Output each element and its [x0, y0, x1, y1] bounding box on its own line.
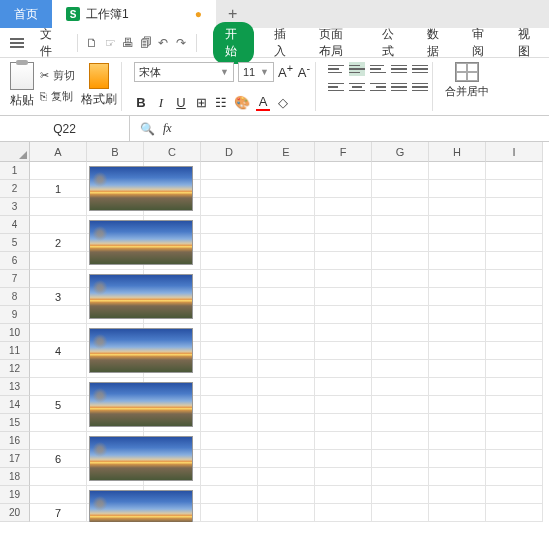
- cell-E9[interactable]: [258, 306, 315, 324]
- redo-icon[interactable]: ↷: [174, 35, 188, 51]
- cell-D19[interactable]: [201, 486, 258, 504]
- row-header-13[interactable]: 13: [0, 378, 30, 396]
- cell-E18[interactable]: [258, 468, 315, 486]
- cell-A9[interactable]: [30, 306, 87, 324]
- col-header-A[interactable]: A: [30, 142, 87, 162]
- row-header-1[interactable]: 1: [0, 162, 30, 180]
- embedded-image-5[interactable]: [89, 382, 193, 427]
- cell-D7[interactable]: [201, 270, 258, 288]
- tab-review[interactable]: 审阅: [464, 22, 497, 64]
- underline-button[interactable]: U: [174, 95, 188, 110]
- italic-button[interactable]: I: [154, 95, 168, 111]
- cell-D12[interactable]: [201, 360, 258, 378]
- tab-insert[interactable]: 插入: [266, 22, 299, 64]
- cell-A8[interactable]: 3: [30, 288, 87, 306]
- cell-I19[interactable]: [486, 486, 543, 504]
- cell-D4[interactable]: [201, 216, 258, 234]
- cell-D17[interactable]: [201, 450, 258, 468]
- cell-E8[interactable]: [258, 288, 315, 306]
- cell-I2[interactable]: [486, 180, 543, 198]
- cell-E17[interactable]: [258, 450, 315, 468]
- cell-G13[interactable]: [372, 378, 429, 396]
- cell-G12[interactable]: [372, 360, 429, 378]
- cell-F6[interactable]: [315, 252, 372, 270]
- share-icon[interactable]: ☞: [103, 35, 117, 51]
- row-header-4[interactable]: 4: [0, 216, 30, 234]
- cell-F3[interactable]: [315, 198, 372, 216]
- cell-A5[interactable]: 2: [30, 234, 87, 252]
- cell-E15[interactable]: [258, 414, 315, 432]
- row-header-18[interactable]: 18: [0, 468, 30, 486]
- font-color-button[interactable]: A: [256, 94, 270, 111]
- cell-G20[interactable]: [372, 504, 429, 522]
- cell-E16[interactable]: [258, 432, 315, 450]
- cell-H4[interactable]: [429, 216, 486, 234]
- cell-I13[interactable]: [486, 378, 543, 396]
- row-header-17[interactable]: 17: [0, 450, 30, 468]
- save-icon[interactable]: 🗋: [85, 35, 99, 51]
- cell-H16[interactable]: [429, 432, 486, 450]
- cell-F7[interactable]: [315, 270, 372, 288]
- col-header-E[interactable]: E: [258, 142, 315, 162]
- cell-E5[interactable]: [258, 234, 315, 252]
- cell-H17[interactable]: [429, 450, 486, 468]
- cell-G2[interactable]: [372, 180, 429, 198]
- cell-E20[interactable]: [258, 504, 315, 522]
- cell-H19[interactable]: [429, 486, 486, 504]
- fx-icon[interactable]: fx: [163, 121, 172, 136]
- cell-G10[interactable]: [372, 324, 429, 342]
- cell-H10[interactable]: [429, 324, 486, 342]
- tab-layout[interactable]: 页面布局: [311, 22, 362, 64]
- cell-A17[interactable]: 6: [30, 450, 87, 468]
- embedded-image-7[interactable]: [89, 490, 193, 522]
- cell-E19[interactable]: [258, 486, 315, 504]
- cell-G9[interactable]: [372, 306, 429, 324]
- embedded-image-2[interactable]: [89, 220, 193, 265]
- cell-H1[interactable]: [429, 162, 486, 180]
- print-icon[interactable]: 🖶: [121, 35, 135, 51]
- cell-H12[interactable]: [429, 360, 486, 378]
- col-header-G[interactable]: G: [372, 142, 429, 162]
- cell-F15[interactable]: [315, 414, 372, 432]
- cell-D5[interactable]: [201, 234, 258, 252]
- cell-A6[interactable]: [30, 252, 87, 270]
- cell-I16[interactable]: [486, 432, 543, 450]
- cell-E10[interactable]: [258, 324, 315, 342]
- cell-F17[interactable]: [315, 450, 372, 468]
- row-header-9[interactable]: 9: [0, 306, 30, 324]
- cell-F20[interactable]: [315, 504, 372, 522]
- merge-center-button[interactable]: 合并居中: [445, 62, 489, 99]
- row-header-14[interactable]: 14: [0, 396, 30, 414]
- cell-G4[interactable]: [372, 216, 429, 234]
- align-bottom-button[interactable]: [370, 62, 386, 76]
- embedded-image-4[interactable]: [89, 328, 193, 373]
- cell-A20[interactable]: 7: [30, 504, 87, 522]
- align-left-button[interactable]: [328, 80, 344, 94]
- cell-F12[interactable]: [315, 360, 372, 378]
- cell-E1[interactable]: [258, 162, 315, 180]
- tab-start[interactable]: 开始: [213, 22, 254, 64]
- cell-D20[interactable]: [201, 504, 258, 522]
- wrap-button[interactable]: [391, 80, 407, 94]
- cell-F2[interactable]: [315, 180, 372, 198]
- row-header-15[interactable]: 15: [0, 414, 30, 432]
- row-header-5[interactable]: 5: [0, 234, 30, 252]
- cell-I5[interactable]: [486, 234, 543, 252]
- cell-E12[interactable]: [258, 360, 315, 378]
- cell-area[interactable]: 1234567: [30, 162, 549, 522]
- cell-H11[interactable]: [429, 342, 486, 360]
- cell-F9[interactable]: [315, 306, 372, 324]
- cell-A18[interactable]: [30, 468, 87, 486]
- cell-A4[interactable]: [30, 216, 87, 234]
- cell-I15[interactable]: [486, 414, 543, 432]
- cell-E2[interactable]: [258, 180, 315, 198]
- row-header-3[interactable]: 3: [0, 198, 30, 216]
- cell-D1[interactable]: [201, 162, 258, 180]
- cell-F16[interactable]: [315, 432, 372, 450]
- file-menu[interactable]: 文件: [32, 22, 69, 64]
- preview-icon[interactable]: 🗐: [139, 35, 153, 51]
- cell-F14[interactable]: [315, 396, 372, 414]
- tab-data[interactable]: 数据: [419, 22, 452, 64]
- indent-left-button[interactable]: [391, 62, 407, 76]
- cell-A3[interactable]: [30, 198, 87, 216]
